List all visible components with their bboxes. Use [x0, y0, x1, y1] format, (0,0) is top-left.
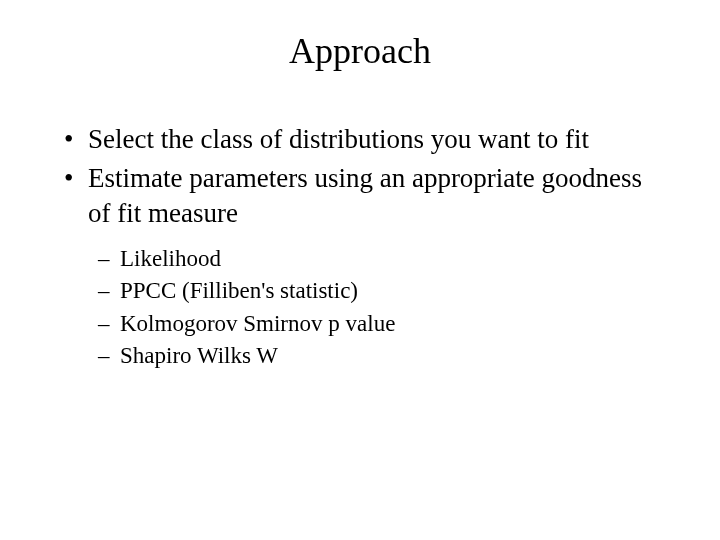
bullet-item: • Select the class of distributions you …	[60, 122, 660, 157]
bullet-item: • Estimate parameters using an appropria…	[60, 161, 660, 231]
bullet-text: Select the class of distributions you wa…	[88, 124, 589, 154]
dash-item: – Kolmogorov Smirnov p value	[60, 308, 660, 340]
slide-title: Approach	[60, 30, 660, 72]
dash-item: – Shapiro Wilks W	[60, 340, 660, 372]
dash-marker: –	[98, 275, 110, 307]
dash-marker: –	[98, 340, 110, 372]
dash-text: PPCC (Filliben's statistic)	[120, 278, 358, 303]
dash-marker: –	[98, 243, 110, 275]
dash-text: Likelihood	[120, 246, 221, 271]
main-bullet-list: • Select the class of distributions you …	[60, 122, 660, 231]
dash-marker: –	[98, 308, 110, 340]
dash-item: – Likelihood	[60, 243, 660, 275]
dash-text: Shapiro Wilks W	[120, 343, 278, 368]
bullet-marker: •	[64, 122, 73, 157]
sub-dash-list: – Likelihood – PPCC (Filliben's statisti…	[60, 243, 660, 372]
bullet-marker: •	[64, 161, 73, 196]
dash-text: Kolmogorov Smirnov p value	[120, 311, 395, 336]
bullet-text: Estimate parameters using an appropriate…	[88, 163, 642, 228]
dash-item: – PPCC (Filliben's statistic)	[60, 275, 660, 307]
